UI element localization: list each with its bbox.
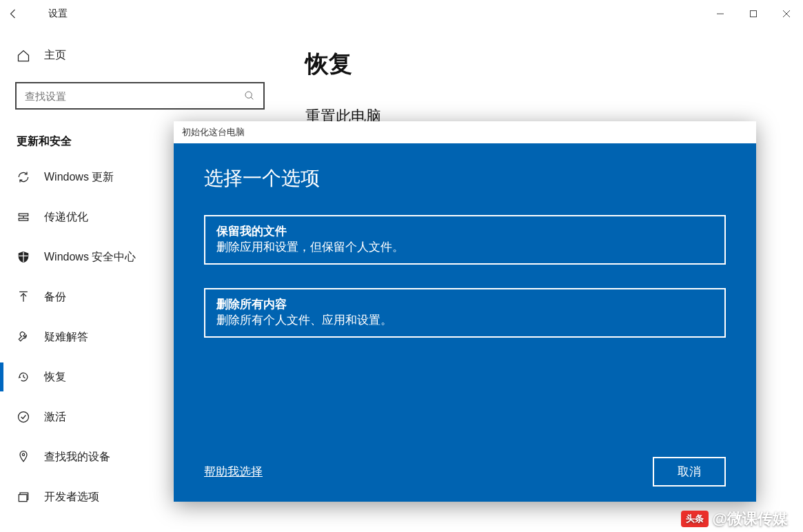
minimize-icon bbox=[716, 10, 724, 18]
search-icon bbox=[244, 90, 255, 101]
minimize-button[interactable] bbox=[704, 0, 737, 28]
sidebar-item-label: 备份 bbox=[44, 290, 66, 305]
option-desc: 删除所有个人文件、应用和设置。 bbox=[216, 312, 713, 328]
shield-icon bbox=[17, 250, 30, 264]
home-icon bbox=[17, 49, 30, 63]
svg-rect-13 bbox=[19, 495, 27, 502]
maximize-button[interactable] bbox=[737, 0, 770, 28]
activation-icon bbox=[17, 410, 30, 424]
home-link[interactable]: 主页 bbox=[0, 41, 272, 70]
dialog-heading: 选择一个选项 bbox=[204, 165, 726, 192]
dialog-titlebar: 初始化这台电脑 bbox=[174, 121, 756, 143]
find-device-icon bbox=[17, 450, 30, 464]
page-title: 恢复 bbox=[305, 48, 803, 80]
svg-line-5 bbox=[251, 97, 253, 99]
dialog-body: 选择一个选项 保留我的文件 删除应用和设置，但保留个人文件。 删除所有内容 删除… bbox=[174, 143, 756, 502]
watermark-badge: 头条 bbox=[681, 511, 709, 527]
svg-rect-6 bbox=[19, 214, 28, 216]
option-keep-files[interactable]: 保留我的文件 删除应用和设置，但保留个人文件。 bbox=[204, 215, 726, 265]
search-box[interactable] bbox=[15, 82, 265, 110]
troubleshoot-icon bbox=[17, 330, 30, 344]
option-title: 删除所有内容 bbox=[216, 296, 713, 312]
back-button[interactable] bbox=[0, 0, 28, 28]
help-link[interactable]: 帮助我选择 bbox=[204, 464, 263, 480]
option-remove-all[interactable]: 删除所有内容 删除所有个人文件、应用和设置。 bbox=[204, 288, 726, 338]
window-title: 设置 bbox=[48, 8, 68, 20]
watermark-text: @微课传媒 bbox=[713, 509, 788, 529]
recovery-icon bbox=[17, 370, 30, 384]
svg-rect-7 bbox=[19, 218, 28, 221]
titlebar: 设置 bbox=[0, 0, 803, 28]
maximize-icon bbox=[749, 10, 758, 18]
reset-dialog: 初始化这台电脑 选择一个选项 保留我的文件 删除应用和设置，但保留个人文件。 删… bbox=[174, 121, 756, 502]
backup-icon bbox=[17, 290, 30, 304]
sidebar-item-label: 激活 bbox=[44, 410, 66, 424]
window-controls bbox=[704, 0, 803, 28]
search-input[interactable] bbox=[25, 90, 244, 102]
optimization-icon bbox=[17, 210, 30, 224]
sidebar-item-label: 开发者选项 bbox=[44, 490, 99, 504]
cancel-button[interactable]: 取消 bbox=[653, 457, 726, 487]
close-button[interactable] bbox=[770, 0, 803, 28]
developer-icon bbox=[17, 490, 30, 504]
sidebar-item-label: 疑难解答 bbox=[44, 330, 88, 345]
svg-point-12 bbox=[22, 453, 24, 456]
option-desc: 删除应用和设置，但保留个人文件。 bbox=[216, 239, 713, 255]
watermark: 头条 @微课传媒 bbox=[681, 509, 788, 529]
sidebar-item-label: Windows 更新 bbox=[44, 170, 114, 185]
close-icon bbox=[782, 10, 791, 18]
svg-rect-1 bbox=[751, 10, 757, 17]
sidebar-item-label: 查找我的设备 bbox=[44, 450, 110, 464]
dialog-footer: 帮助我选择 取消 bbox=[204, 457, 726, 487]
home-label: 主页 bbox=[44, 48, 66, 63]
svg-point-11 bbox=[19, 412, 29, 422]
svg-point-4 bbox=[245, 92, 252, 98]
sidebar-item-label: 恢复 bbox=[44, 370, 66, 385]
refresh-icon bbox=[17, 170, 30, 184]
sidebar-item-label: Windows 安全中心 bbox=[44, 250, 136, 265]
sidebar-item-label: 传递优化 bbox=[44, 210, 88, 225]
option-title: 保留我的文件 bbox=[216, 223, 713, 239]
arrow-left-icon bbox=[8, 8, 20, 20]
